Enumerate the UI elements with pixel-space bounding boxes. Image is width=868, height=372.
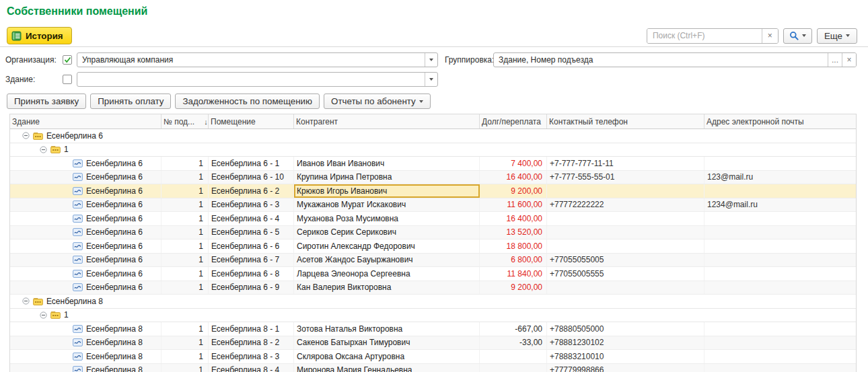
- filter-panel: Организация: Управляющая компания Группи…: [0, 47, 868, 87]
- cell-contact-phone: +78881230102: [547, 336, 704, 350]
- column-header-debt[interactable]: Долг/переплата: [480, 114, 547, 128]
- cell-contact-phone: +7-777-555-55-01: [547, 171, 704, 184]
- cell-contact-phone: [547, 239, 704, 253]
- grouping-ellipsis-button[interactable]: ...: [828, 53, 842, 67]
- cell-entrance-number: 1: [161, 350, 209, 363]
- cell-building: Есенберлина 6: [10, 157, 161, 170]
- cell-building: Есенберлина 8: [10, 350, 161, 363]
- cell-building: Есенберлина 6: [10, 267, 161, 281]
- cell-building: Есенберлина 6: [10, 254, 161, 267]
- subscriber-reports-button[interactable]: Отчеты по абоненту: [324, 94, 431, 109]
- table-row[interactable]: Есенберлина 6 1 Есенберлина 6 - 1 Иванов…: [10, 157, 856, 171]
- table-row[interactable]: Есенберлина 8 1 Есенберлина 8 - 2 Сакено…: [10, 336, 856, 350]
- table-row[interactable]: Есенберлина 6 1 Есенберлина 6 - 8 Ларцев…: [10, 267, 856, 281]
- column-header-contractor[interactable]: Контрагент: [294, 114, 480, 128]
- organization-label: Организация:: [5, 55, 63, 65]
- folder-icon: [33, 297, 43, 305]
- cell-entrance-number: 1: [161, 226, 209, 239]
- cell-premise: Есенберлина 8 - 4: [209, 364, 294, 372]
- cell-contractor[interactable]: Крюков Игорь Иванович: [294, 184, 480, 198]
- table-row[interactable]: Есенберлина 6 1 Есенберлина 6 - 6 Сироти…: [10, 239, 856, 254]
- caret-down-icon: [429, 78, 433, 81]
- grouping-clear-button[interactable]: ×: [842, 53, 856, 67]
- building-dropdown-arrow[interactable]: [425, 73, 437, 86]
- action-button-bar: Принять заявку Принять оплату Задолженно…: [0, 91, 868, 114]
- cell-debt-overpayment: 11 600,00: [480, 198, 547, 212]
- collapse-expander-icon[interactable]: [22, 132, 30, 139]
- column-header-building[interactable]: Здание: [10, 114, 161, 128]
- accept-payment-button[interactable]: Принять оплату: [90, 94, 171, 109]
- cell-entrance-number: 1: [161, 198, 209, 212]
- folder-icon: [50, 145, 61, 153]
- cell-debt-overpayment: 9 200,00: [480, 281, 547, 295]
- table-row[interactable]: Есенберлина 6 1 Есенберлина 6 - 5 Серико…: [10, 226, 856, 240]
- element-card-icon: [73, 325, 83, 333]
- column-header-phone[interactable]: Контактный телефон: [547, 114, 704, 128]
- table-header: Здание № под... ↓ Помещение Контрагент Д…: [10, 114, 856, 129]
- organization-combobox[interactable]: Управляющая компания: [77, 52, 438, 67]
- search-input[interactable]: [647, 29, 762, 43]
- cell-contact-phone: +77779998866: [547, 364, 704, 372]
- cell-debt-overpayment: 7 400,00: [480, 157, 547, 170]
- cell-entrance-number: 1: [161, 336, 209, 350]
- table-row[interactable]: Есенберлина 8 1 Есенберлина 8 - 1 Зотова…: [10, 322, 856, 336]
- element-card-icon: [73, 173, 83, 181]
- table-group-row[interactable]: Есенберлина 8: [10, 295, 856, 309]
- cell-email: [704, 157, 856, 170]
- grouping-field[interactable]: Здание, Номер подъезда ... ×: [493, 52, 857, 67]
- element-card-icon: [73, 159, 83, 168]
- cell-contact-phone: +78880505000: [547, 322, 704, 336]
- folder-icon: [33, 132, 43, 140]
- column-header-entrance[interactable]: № под... ↓: [161, 114, 209, 128]
- table-group-row[interactable]: 1: [10, 309, 856, 323]
- cell-premise: Есенберлина 8 - 1: [209, 322, 294, 336]
- table-row[interactable]: Есенберлина 6 1 Есенберлина 6 - 3 Мукажа…: [10, 198, 856, 213]
- cell-contact-phone: +77772222222: [547, 198, 704, 212]
- cell-building: Есенберлина 6: [10, 239, 161, 253]
- table-group-row[interactable]: Есенберлина 6: [10, 129, 856, 143]
- column-header-premise[interactable]: Помещение: [209, 114, 294, 128]
- table-row[interactable]: Есенберлина 6 1 Есенберлина 6 - 7 Асетов…: [10, 254, 856, 268]
- table-row[interactable]: Есенберлина 6 1 Есенберлина 6 - 9 Кан Ва…: [10, 281, 856, 295]
- collapse-expander-icon[interactable]: [22, 297, 30, 305]
- organization-checkbox[interactable]: [63, 55, 72, 65]
- search-menu-button[interactable]: [783, 28, 812, 44]
- sort-descending-icon: ↓: [204, 118, 208, 126]
- grouping-label: Группировка:: [445, 55, 493, 65]
- element-card-icon: [73, 366, 83, 372]
- history-button[interactable]: История: [7, 27, 72, 44]
- cell-contact-phone: +77055005555: [547, 267, 704, 281]
- column-header-email[interactable]: Адрес электронной почты: [704, 114, 856, 128]
- cell-email: [704, 322, 856, 336]
- premise-debt-button[interactable]: Задолженность по помещению: [175, 94, 320, 109]
- table-row[interactable]: Есенберлина 8 1 Есенберлина 8 - 3 Скляро…: [10, 350, 856, 364]
- cell-contractor: Иванов Иван Иванович: [294, 157, 480, 170]
- cell-building: Есенберлина 8: [10, 322, 161, 336]
- building-combobox[interactable]: [77, 72, 438, 87]
- cell-premise: Есенберлина 6 - 1: [209, 157, 294, 170]
- cell-premise: Есенберлина 6 - 10: [209, 171, 294, 184]
- collapse-expander-icon[interactable]: [40, 311, 47, 319]
- cell-premise: Есенберлина 6 - 7: [209, 254, 294, 267]
- element-card-icon: [73, 338, 83, 346]
- cell-premise: Есенберлина 6 - 5: [209, 226, 294, 239]
- cell-premise: Есенберлина 6 - 9: [209, 281, 294, 295]
- search-box: ×: [647, 28, 779, 44]
- table-row[interactable]: Есенберлина 8 1 Есенберлина 8 - 4 Мироно…: [10, 364, 856, 372]
- cell-entrance-number: 1: [161, 322, 209, 336]
- table-row[interactable]: Есенберлина 6 1 Есенберлина 6 - 4 Мухано…: [10, 212, 856, 226]
- search-clear-button[interactable]: ×: [762, 29, 778, 43]
- cell-contractor: Ларцева Элеонора Сергеевна: [294, 267, 480, 281]
- building-checkbox[interactable]: [63, 75, 72, 84]
- table-group-row[interactable]: 1: [10, 143, 856, 157]
- collapse-expander-icon[interactable]: [40, 146, 47, 153]
- cell-premise: Есенберлина 6 - 2: [209, 184, 294, 198]
- cell-contractor: Сакенов Батырхан Тимурович: [294, 336, 480, 350]
- search-icon: [789, 31, 799, 40]
- organization-dropdown-arrow[interactable]: [425, 53, 437, 67]
- table-row[interactable]: Есенберлина 6 1 Есенберлина 6 - 10 Крупи…: [10, 171, 856, 185]
- table-row[interactable]: Есенберлина 6 1 Есенберлина 6 - 2 Крюков…: [10, 184, 856, 198]
- accept-request-button[interactable]: Принять заявку: [7, 94, 86, 109]
- cell-debt-overpayment: -33,00: [480, 336, 547, 350]
- more-button[interactable]: Еще: [817, 28, 857, 44]
